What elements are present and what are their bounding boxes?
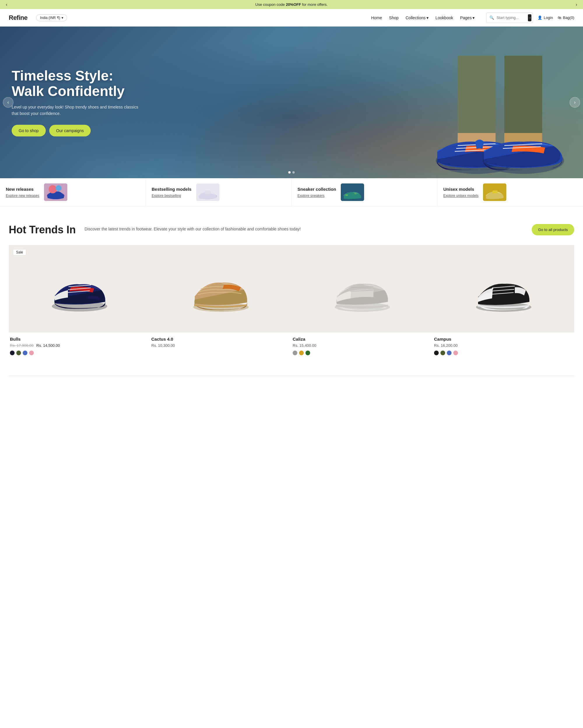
hero-title: Timeless Style: Walk Confidently — [12, 68, 140, 99]
product-cactus[interactable]: Cactus 4.0 Rs. 10,300.00 — [150, 245, 292, 358]
color-swatch-black[interactable] — [10, 350, 15, 355]
product-cactus-info: Cactus 4.0 Rs. 10,300.00 — [150, 333, 292, 354]
nav-home[interactable]: Home — [371, 16, 382, 20]
color-swatch-olive[interactable] — [441, 350, 445, 355]
product-cactus-name: Cactus 4.0 — [151, 337, 290, 341]
color-swatch-pink[interactable] — [29, 350, 34, 355]
category-unisex-title: Unisex models — [443, 187, 479, 192]
product-cactus-shoe-svg — [189, 264, 253, 314]
hot-trends-description: Discover the latest trends in footwear. … — [85, 224, 523, 232]
product-bulls-price: Rs. 17,900.00 Rs. 14,500.00 — [10, 343, 149, 348]
category-sneakers-title: Sneaker collection — [298, 187, 336, 192]
bag-button[interactable]: 🛍 Bag(0) — [558, 16, 574, 20]
person-icon: 👤 — [537, 16, 542, 20]
pages-dropdown-icon: ▾ — [473, 16, 475, 20]
hero-shoe-image — [175, 27, 583, 178]
nav-lookbook[interactable]: Lookbook — [436, 16, 453, 20]
login-button[interactable]: 👤 Login — [537, 16, 553, 20]
category-new-releases[interactable]: New releases Explore new releases — [0, 178, 146, 206]
nav-shop[interactable]: Shop — [389, 16, 399, 20]
search-submit-button[interactable]: → — [528, 14, 531, 21]
product-caliza-regular-price: Rs. 15,400.00 — [293, 343, 316, 348]
product-bulls-sale-price: Rs. 14,500.00 — [36, 343, 60, 348]
bag-icon: 🛍 — [558, 16, 561, 20]
color-swatch-olive[interactable] — [16, 350, 21, 355]
search-input[interactable] — [496, 16, 526, 20]
category-bestselling-image — [196, 183, 220, 201]
product-caliza-info: Caliza Rs. 15,400.00 — [292, 333, 433, 358]
announcement-bar: ‹ Use coupon code 20%OFF for more offers… — [0, 0, 583, 9]
explore-sneakers-link[interactable]: Explore sneakers — [298, 194, 325, 198]
category-sneakers[interactable]: Sneaker collection Explore sneakers — [292, 178, 438, 206]
color-swatch-blue[interactable] — [23, 350, 27, 355]
product-bulls-original-price: Rs. 17,900.00 — [10, 343, 33, 348]
logo[interactable]: Refine — [9, 14, 27, 22]
product-caliza-swatches — [293, 350, 432, 355]
nav-collections[interactable]: Collections ▾ — [406, 16, 428, 20]
category-strip: New releases Explore new releases Bestse… — [0, 178, 583, 207]
category-bestselling[interactable]: Bestselling models Explore bestselling — [146, 178, 292, 206]
product-caliza[interactable]: Caliza Rs. 15,400.00 — [292, 245, 433, 358]
color-swatch-pink[interactable] — [453, 350, 458, 355]
explore-bestselling-link[interactable]: Explore bestselling — [151, 194, 181, 198]
category-sneakers-image — [341, 183, 364, 201]
hero-prev-arrow[interactable]: ‹ — [3, 97, 13, 108]
announcement-next-arrow[interactable]: › — [576, 2, 577, 7]
product-bulls-image-wrap: Sale — [9, 245, 150, 333]
color-swatch-blue[interactable] — [447, 350, 451, 355]
hot-trends-title: Hot Trends In — [9, 224, 76, 236]
category-unisex[interactable]: Unisex models Explore unisex models — [438, 178, 583, 206]
main-nav: Home Shop Collections ▾ Lookbook Pages ▾ — [371, 16, 475, 20]
hero-content: Timeless Style: Walk Confidently Level u… — [12, 68, 140, 136]
hero-dot-1[interactable] — [288, 171, 290, 174]
product-campus-image-wrap — [433, 245, 574, 333]
currency-selector[interactable]: India (INR ₹) ▾ — [36, 14, 67, 21]
color-swatch-black[interactable] — [434, 350, 439, 355]
hot-trends-section: Hot Trends In Discover the latest trends… — [0, 207, 583, 370]
color-swatch-gray[interactable] — [293, 350, 297, 355]
search-box: 🔍 → — [486, 12, 533, 23]
sale-badge: Sale — [13, 249, 26, 256]
currency-dropdown-icon: ▾ — [61, 16, 63, 20]
go-to-all-products-button[interactable]: Go to all products — [532, 224, 574, 235]
product-cactus-image-wrap — [150, 245, 292, 333]
product-cactus-price: Rs. 10,300.00 — [151, 343, 290, 348]
svg-point-21 — [354, 193, 357, 194]
hero-section: Timeless Style: Walk Confidently Level u… — [0, 27, 583, 178]
category-unisex-image — [483, 183, 506, 201]
svg-point-14 — [56, 185, 61, 191]
product-campus[interactable]: Campus Rs. 16,200.00 — [433, 245, 574, 358]
product-caliza-price: Rs. 15,400.00 — [293, 343, 432, 348]
product-caliza-name: Caliza — [293, 337, 432, 341]
svg-rect-1 — [504, 56, 542, 143]
product-bulls-info: Bulls Rs. 17,900.00 Rs. 14,500.00 — [9, 333, 150, 358]
svg-rect-24 — [492, 190, 498, 193]
product-campus-price: Rs. 16,200.00 — [434, 343, 573, 348]
hero-dots — [288, 171, 295, 174]
explore-new-releases-link[interactable]: Explore new releases — [6, 194, 39, 198]
announcement-prev-arrow[interactable]: ‹ — [6, 2, 7, 7]
product-bulls-swatches — [10, 350, 149, 355]
product-bulls[interactable]: Sale — [9, 245, 150, 358]
header-actions: 🔍 → 👤 Login 🛍 Bag(0) — [486, 12, 574, 23]
nav-pages[interactable]: Pages ▾ — [460, 16, 475, 20]
color-swatch-gold[interactable] — [299, 350, 304, 355]
collections-dropdown-icon: ▾ — [426, 16, 428, 20]
explore-unisex-link[interactable]: Explore unisex models — [443, 194, 479, 198]
svg-point-13 — [49, 185, 57, 193]
currency-label: India (INR ₹) — [40, 16, 60, 20]
hero-next-arrow[interactable]: › — [570, 97, 580, 108]
hero-buttons: Go to shop Our campaigns — [12, 125, 140, 136]
product-campus-info: Campus Rs. 16,200.00 — [433, 333, 574, 358]
header: Refine India (INR ₹) ▾ Home Shop Collect… — [0, 9, 583, 27]
color-swatch-green[interactable] — [305, 350, 310, 355]
coupon-code: 20%OFF — [286, 2, 301, 7]
go-to-shop-button[interactable]: Go to shop — [12, 125, 46, 136]
our-campaigns-button[interactable]: Our campaigns — [49, 125, 91, 136]
product-bulls-shoe-svg — [48, 264, 112, 314]
product-campus-regular-price: Rs. 16,200.00 — [434, 343, 457, 348]
hero-dot-2[interactable] — [293, 171, 295, 174]
product-campus-swatches — [434, 350, 573, 355]
category-new-releases-title: New releases — [6, 187, 39, 192]
login-label: Login — [544, 16, 553, 20]
